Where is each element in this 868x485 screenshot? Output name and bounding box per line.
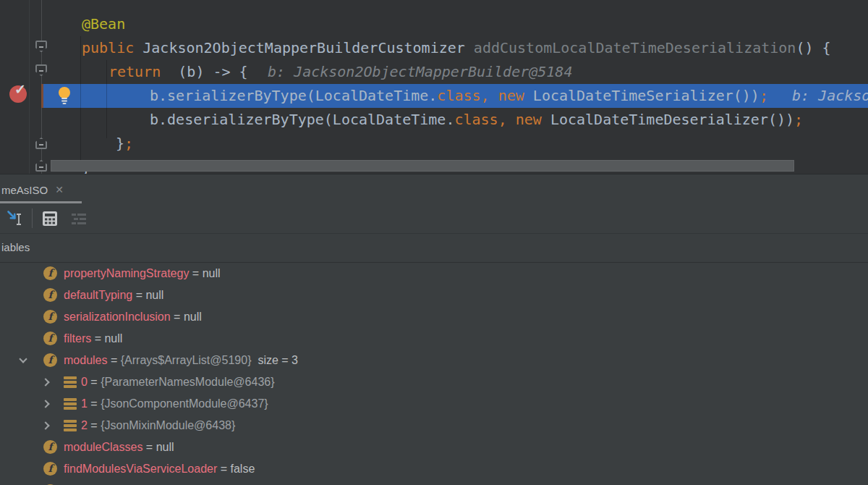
equals-sign: = <box>132 289 145 301</box>
variable-text: 1 = {JsonComponentModule@6437} <box>81 393 268 415</box>
variable-row[interactable]: 0 = {ParameterNamesModule@6436} <box>0 371 868 393</box>
variable-value: null <box>156 441 174 453</box>
variable-value: null <box>203 267 221 279</box>
object-reference: {Arrays$ArrayList@5190} <box>121 354 252 366</box>
code-line[interactable]: b.deserializerByType(LocalDateTime.class… <box>150 108 803 132</box>
variable-row[interactable]: ffindModulesViaServiceLoader = false <box>0 458 868 480</box>
equals-sign: = <box>107 354 120 366</box>
array-element-icon <box>64 376 77 388</box>
code-token: public <box>82 39 134 56</box>
debug-tab[interactable]: meAsISO ✕ <box>0 175 82 204</box>
debug-panel: meAsISO ✕ <box>0 175 868 485</box>
variable-text: 0 = {ParameterNamesModule@6436} <box>81 371 275 393</box>
code-token: class <box>437 87 480 104</box>
variable-name: propertyNamingStrategy <box>64 267 189 279</box>
array-element-icon <box>64 420 77 431</box>
variable-name: defaultTyping <box>64 289 132 301</box>
variable-name: 1 <box>81 397 88 410</box>
debug-tab-strip: meAsISO ✕ <box>0 175 868 204</box>
variables-header-label: iables <box>1 241 30 253</box>
variable-row[interactable]: fmodules = {Arrays$ArrayList@5190} size … <box>0 350 868 371</box>
variable-row[interactable]: f <box>0 481 868 485</box>
variable-name: 2 <box>81 419 88 431</box>
variable-text: defaultTyping = null <box>64 284 163 306</box>
code-token: ; <box>794 111 803 128</box>
variable-name: filters <box>64 332 91 345</box>
variable-row[interactable]: 1 = {JsonComponentModule@6437} <box>0 393 868 415</box>
variable-row[interactable]: 2 = {JsonMixinModule@6438} <box>0 415 868 436</box>
equals-sign: = <box>217 463 230 475</box>
field-icon: f <box>43 353 57 367</box>
code-token: } <box>116 135 124 152</box>
code-token: , <box>498 111 507 128</box>
code-token: class <box>454 111 498 128</box>
equals-sign: = <box>171 311 184 323</box>
variable-value: null <box>145 289 163 301</box>
code-token: b.serializerByType(LocalDateTime. <box>150 87 437 104</box>
horizontal-scrollbar[interactable] <box>51 160 794 172</box>
show-execution-point-icon[interactable] <box>6 209 25 228</box>
object-reference: {JsonComponentModule@6437} <box>101 397 268 410</box>
code-line[interactable]: return (b) -> {b: Jackson2ObjectMapperBu… <box>109 60 248 84</box>
field-icon: f <box>43 462 57 476</box>
variable-text: modules = {Arrays$ArrayList@5190} size =… <box>64 350 298 371</box>
equals-sign: = <box>88 376 101 388</box>
equals-sign: = <box>88 419 101 431</box>
variable-row[interactable]: fdefaultTyping = null <box>0 284 868 306</box>
expand-chevron-icon[interactable] <box>41 378 49 386</box>
collection-size: size = 3 <box>252 354 298 366</box>
expand-chevron-icon[interactable] <box>19 355 27 363</box>
code-token: new <box>516 111 542 128</box>
code-lines: @Beanpublic Jackson2ObjectMapperBuilderC… <box>0 0 868 174</box>
layout-settings-icon[interactable] <box>69 209 88 228</box>
field-icon: f <box>43 332 57 345</box>
debugger-toolbar <box>0 204 868 234</box>
field-icon: f <box>43 440 57 454</box>
variable-row[interactable]: ffilters = null <box>0 328 868 350</box>
code-line[interactable]: public Jackson2ObjectMapperBuilderCustom… <box>82 36 831 60</box>
variable-value: null <box>184 311 202 323</box>
field-icon: f <box>43 310 57 324</box>
variable-row[interactable]: fpropertyNamingStrategy = null <box>0 263 868 284</box>
variable-row[interactable]: fmoduleClasses = null <box>0 436 868 458</box>
variable-text: moduleClasses = null <box>64 436 174 458</box>
code-token: () { <box>796 39 830 56</box>
equals-sign: = <box>142 441 156 453</box>
code-token: Jackson2ObjectMapperBuilderCustomizer <box>134 39 474 56</box>
code-token: return <box>109 63 161 80</box>
expand-chevron-icon[interactable] <box>41 400 49 408</box>
variable-name: serializationInclusion <box>64 311 171 323</box>
code-token: LocalDateTimeSerializer()) <box>524 87 760 104</box>
variable-text: findModulesViaServiceLoader = false <box>64 458 255 480</box>
code-token: LocalDateTimeDeserializer()) <box>542 111 794 128</box>
object-reference: {JsonMixinModule@6438} <box>101 419 235 431</box>
code-line[interactable]: }; <box>116 132 133 156</box>
variable-value: false <box>231 463 255 475</box>
active-tab-underline <box>0 201 82 203</box>
code-token: addCustomLocalDateTimeDeserialization <box>474 39 796 56</box>
equals-sign: = <box>91 332 104 345</box>
variable-text: 2 = {JsonMixinModule@6438} <box>81 415 235 436</box>
debugger-inline-hint: b: Jackson2ObjectMapperBuilder@5184 <box>268 60 572 84</box>
code-line[interactable]: @Bean <box>82 12 125 36</box>
variable-text: propertyNamingStrategy = null <box>64 263 221 284</box>
evaluate-expression-icon[interactable] <box>41 209 59 228</box>
variables-tree: fpropertyNamingStrategy = nullfdefaultTy… <box>0 263 868 485</box>
variable-name: modules <box>64 354 107 366</box>
code-line[interactable]: b.serializerByType(LocalDateTime.class, … <box>150 84 768 108</box>
expand-chevron-icon[interactable] <box>41 421 49 429</box>
variable-row[interactable]: fserializationInclusion = null <box>0 306 868 328</box>
array-element-icon <box>64 398 77 410</box>
field-icon: f <box>43 266 57 280</box>
equals-sign: = <box>189 267 202 279</box>
variable-text: filters = null <box>64 328 122 350</box>
variable-name: 0 <box>81 376 88 388</box>
tab-close-icon[interactable]: ✕ <box>55 184 64 195</box>
variable-name: moduleClasses <box>64 441 142 453</box>
code-token: (b) -> { <box>161 63 247 80</box>
variables-view-header: iables <box>0 234 868 263</box>
code-token: ; <box>124 135 133 152</box>
ide-root: ✓ @Beanpublic Jackson2ObjectMapperBuilde… <box>0 0 868 485</box>
code-editor[interactable]: ✓ @Beanpublic Jackson2ObjectMapperBuilde… <box>0 0 868 174</box>
code-token: b.deserializerByType(LocalDateTime. <box>150 111 454 128</box>
